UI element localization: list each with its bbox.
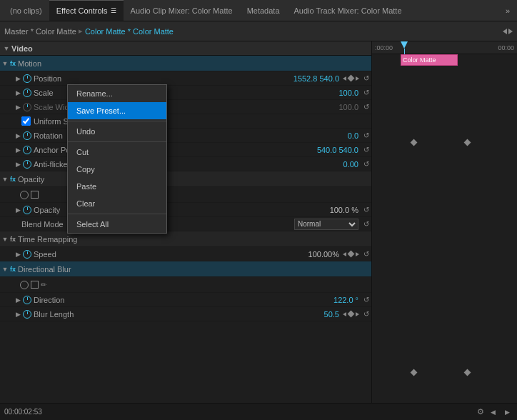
anti-reset[interactable]: ↺ (361, 159, 371, 169)
ctx-cut[interactable]: Cut (68, 144, 166, 161)
blur-length-expand[interactable]: ▶ (14, 311, 21, 318)
blur-next[interactable] (356, 312, 359, 316)
ctx-select-all[interactable]: Select All (68, 216, 166, 233)
blur-length-reset[interactable]: ↺ (361, 309, 371, 319)
scale-value[interactable]: 100.0 (316, 89, 358, 97)
dir-pen-icon[interactable]: ✏ (41, 281, 49, 289)
dir-circle-icon[interactable] (20, 281, 29, 289)
direction-expand[interactable]: ▶ (14, 296, 21, 304)
ctx-rename[interactable]: Rename... (68, 85, 166, 102)
ctx-save-preset[interactable]: Save Preset... (68, 102, 166, 119)
step-back-btn[interactable]: ◀ (487, 407, 498, 417)
direction-reset[interactable]: ↺ (361, 295, 371, 305)
direction-stopwatch[interactable] (23, 296, 31, 304)
uniform-scale-checkbox[interactable] (21, 116, 31, 126)
anchor-stopwatch[interactable] (23, 146, 31, 154)
scale-width-expand[interactable]: ▶ (14, 104, 21, 111)
rotation-row: ▶ Rotation 0.0 ↺ (0, 129, 371, 143)
tl-diamond-1[interactable] (411, 139, 418, 146)
color-matte-clip[interactable]: Color Matte (401, 54, 458, 66)
ctx-undo[interactable]: Undo (68, 123, 166, 140)
opacity-stopwatch[interactable] (23, 206, 31, 214)
scale-width-row: ▶ Scale Width 100.0 ↺ (0, 100, 371, 114)
position-value[interactable]: 1552.8 540.0 (293, 74, 339, 83)
anti-expand[interactable]: ▶ (14, 161, 21, 168)
speed-expand[interactable]: ▶ (14, 251, 21, 258)
dir-blur-expand[interactable]: ▼ (1, 266, 9, 273)
speed-value[interactable]: 100.00% (296, 250, 339, 259)
rotation-stopwatch[interactable] (23, 131, 31, 140)
tab-overflow[interactable]: » (501, 6, 514, 15)
position-keyframe[interactable] (348, 75, 355, 82)
timecode: 00:00:02:53 (4, 408, 42, 416)
opacity-expand[interactable]: ▼ (1, 176, 9, 183)
timeline-start: :00:00 (375, 44, 393, 51)
blur-keyframe[interactable] (348, 311, 355, 318)
tab-menu-icon[interactable]: ☰ (111, 7, 116, 14)
blur-length-value[interactable]: 50.5 (296, 310, 339, 319)
dir-square-icon[interactable] (31, 281, 39, 289)
ctx-copy[interactable]: Copy (68, 161, 166, 178)
scale-stopwatch[interactable] (23, 89, 31, 97)
ctx-paste[interactable]: Paste (68, 178, 166, 195)
timeline-cursor[interactable] (401, 41, 408, 54)
tl-diamond-4[interactable] (464, 369, 471, 376)
tab-audio-track-mixer[interactable]: Audio Track Mixer: Color Matte (287, 0, 409, 21)
tab-no-clips[interactable]: (no clips) (3, 0, 49, 21)
circle-icon[interactable] (20, 191, 29, 199)
status-bar: 00:00:02:53 ⚙ ◀ ▶ (0, 403, 517, 420)
blur-length-label: Blur Length (34, 310, 296, 319)
opacity-reset[interactable]: ↺ (361, 205, 371, 215)
rotation-value[interactable]: 0.0 (316, 131, 358, 140)
rotation-reset[interactable]: ↺ (361, 131, 371, 141)
blend-mode-select[interactable]: Normal Multiply Screen (294, 219, 358, 230)
scale-reset[interactable]: ↺ (361, 88, 371, 98)
anchor-expand[interactable]: ▶ (14, 146, 21, 154)
blur-prev[interactable] (343, 312, 346, 316)
time-remap-expand[interactable]: ▼ (1, 236, 9, 243)
video-expand[interactable]: ▼ (3, 45, 10, 52)
tl-diamond-2[interactable] (464, 139, 471, 146)
anti-stopwatch[interactable] (23, 160, 31, 169)
nav-right-arrow[interactable] (508, 29, 513, 34)
tab-effect-controls[interactable]: Effect Controls ☰ (49, 0, 124, 21)
speed-reset[interactable]: ↺ (361, 249, 371, 259)
anti-value[interactable]: 0.00 (316, 160, 358, 169)
position-expand[interactable]: ▶ (14, 75, 21, 82)
square-icon[interactable] (31, 191, 39, 199)
dir-blur-label: Directional Blur (18, 265, 371, 274)
filter-icon[interactable]: ⚙ (477, 407, 484, 416)
motion-expand[interactable]: ▼ (1, 60, 9, 67)
rotation-expand[interactable]: ▶ (14, 132, 21, 139)
tl-diamond-3[interactable] (411, 369, 418, 376)
ctx-sep-1 (68, 121, 166, 121)
blend-reset[interactable]: ↺ (361, 219, 371, 229)
speed-prev[interactable] (343, 252, 346, 256)
direction-value[interactable]: 122.0 ° (316, 296, 358, 304)
position-prev[interactable] (343, 76, 346, 81)
position-stopwatch[interactable] (23, 74, 31, 83)
step-fwd-btn[interactable]: ▶ (501, 407, 513, 417)
motion-fx-badge: fx (10, 60, 16, 67)
speed-next[interactable] (356, 252, 359, 256)
dir-blur-sub-icons-row: ✏ (0, 277, 371, 293)
scale-width-stopwatch[interactable] (23, 103, 31, 111)
anchor-value[interactable]: 540.0 540.0 (316, 146, 358, 154)
opacity-sub-icons (20, 191, 39, 199)
blend-mode-row: Blend Mode Normal Multiply Screen ↺ (0, 217, 371, 231)
dir-blur-sub-icons: ✏ (20, 281, 49, 289)
ctx-clear[interactable]: Clear (68, 195, 166, 212)
speed-stopwatch[interactable] (23, 250, 31, 259)
tab-metadata[interactable]: Metadata (240, 0, 287, 21)
scale-expand[interactable]: ▶ (14, 89, 21, 96)
nav-left-arrow[interactable] (503, 29, 507, 34)
tab-audio-clip-mixer[interactable]: Audio Clip Mixer: Color Matte (124, 0, 240, 21)
position-next[interactable] (356, 76, 359, 81)
breadcrumb-divider: ▸ (79, 26, 83, 36)
opacity-val-expand[interactable]: ▶ (14, 206, 21, 214)
anchor-reset[interactable]: ↺ (361, 145, 371, 155)
position-reset[interactable]: ↺ (361, 74, 371, 84)
blur-length-stopwatch[interactable] (23, 310, 31, 319)
speed-keyframe[interactable] (348, 251, 355, 258)
opacity-value[interactable]: 100.0 % (316, 206, 358, 214)
